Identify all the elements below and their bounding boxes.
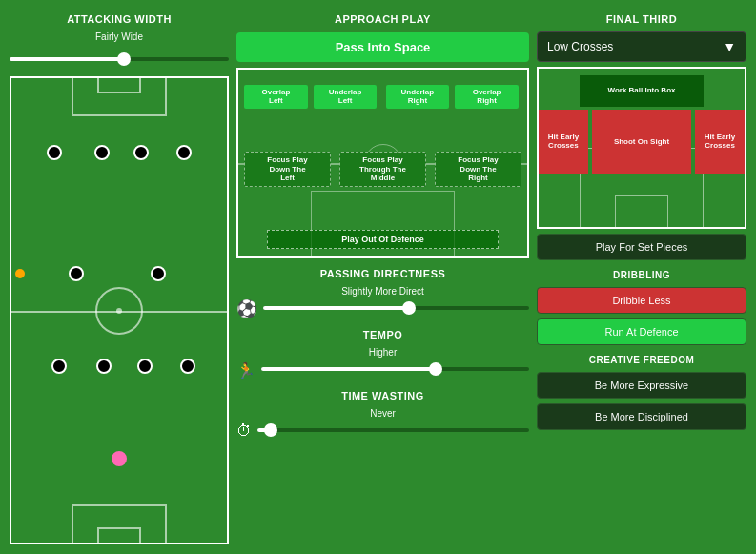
middle-column: APPROACH PLAY Pass Into Space OverlapLef… [236,10,529,544]
player-dot [94,145,110,160]
focus-down-right-btn[interactable]: Focus PlayDown TheRight [435,152,521,187]
player-dot [180,359,195,374]
attacking-width-title: ATTACKING WIDTH [67,13,172,25]
player-dot [176,145,192,160]
focus-down-left-btn[interactable]: Focus PlayDown TheLeft [244,152,331,187]
player-dot [96,359,112,374]
left-column: ATTACKING WIDTH Fairly Wide [10,10,229,544]
goal-bottom [97,527,141,543]
slider-fill [261,367,436,371]
passing-directness-title: PASSING DIRECTNESS [320,268,446,279]
be-more-disciplined-btn[interactable]: Be More Disciplined [537,403,746,430]
creative-freedom-label: CREATIVE FREEDOM [589,355,695,365]
tempo-slider[interactable] [261,361,529,377]
hit-early-crosses-left-btn[interactable]: Hit EarlyCrosses [539,110,588,173]
tempo-icon: 🏃 [236,361,255,380]
player-dot [133,145,149,160]
work-ball-into-box-btn[interactable]: Work Ball Into Box [580,75,704,107]
slider-track [257,428,529,432]
final-third-field: Work Ball Into Box Hit EarlyCrosses Shoo… [537,67,746,229]
shoot-on-sight-btn[interactable]: Shoot On Sight [592,110,691,173]
overlap-left-btn[interactable]: OverlapLeft [244,85,308,109]
player-dot [47,145,62,160]
underlap-left-btn[interactable]: UnderlapLeft [314,85,378,109]
final-third-title: FINAL THIRD [606,13,677,25]
center-dot [116,308,122,314]
pass-into-space-button[interactable]: Pass Into Space [236,32,529,62]
slider-fill [263,306,409,310]
attacking-width-slider[interactable] [10,51,229,67]
time-wasting-value: Never [370,408,396,419]
hit-early-crosses-right-btn[interactable]: Hit EarlyCrosses [695,110,745,173]
player-dot [137,359,153,374]
passing-directness-value: Slightly More Direct [341,286,424,297]
slider-thumb[interactable] [264,423,277,437]
focus-through-middle-btn[interactable]: Focus PlayThrough TheMiddle [339,152,426,187]
striker-dot [112,451,127,466]
goal-top [97,78,141,93]
ft-goal-area [615,195,668,227]
passing-directness-section: PASSING DIRECTNESS Slightly More Direct … [236,264,529,319]
dribbling-label: DRIBBLING [613,270,670,280]
player-dot [151,266,166,281]
slider-thumb[interactable] [402,301,416,315]
be-more-expressive-btn[interactable]: Be More Expressive [537,372,746,399]
low-crosses-dropdown[interactable]: Low Crosses ▼ [537,31,746,62]
chevron-down-icon: ▼ [723,39,736,54]
approach-play-title: APPROACH PLAY [335,13,431,25]
overlap-right-btn[interactable]: OverlapRight [455,85,519,109]
underlap-right-btn[interactable]: UnderlapRight [386,85,450,109]
slider-thumb[interactable] [117,52,131,66]
tempo-title: TEMPO [363,329,403,340]
tempo-section: TEMPO Higher 🏃 [236,325,529,380]
dropdown-value: Low Crosses [547,40,613,53]
time-wasting-icon: ⏱ [236,422,252,440]
player-dot [51,359,67,374]
right-column: FINAL THIRD Low Crosses ▼ Work Ball Into… [537,10,746,544]
orange-indicator [15,269,25,278]
time-wasting-section: TIME WASTING Never ⏱ [236,386,529,441]
attacking-width-value: Fairly Wide [95,31,143,42]
play-out-defence-btn[interactable]: Play Out Of Defence [267,230,498,249]
play-for-set-pieces-btn[interactable]: Play For Set Pieces [537,234,746,260]
slider-thumb[interactable] [429,362,442,376]
dribble-less-btn[interactable]: Dribble Less [537,287,746,314]
slider-fill [10,57,124,61]
formation-field [10,76,229,544]
tactics-field: OverlapLeft UnderlapLeft UnderlapRight O… [236,68,529,258]
passing-icon: ⚽ [236,298,257,319]
tempo-value: Higher [369,347,397,358]
passing-slider[interactable] [263,300,529,316]
time-wasting-slider[interactable] [257,422,529,438]
time-wasting-title: TIME WASTING [341,390,424,401]
player-dot [69,266,84,281]
run-at-defence-btn[interactable]: Run At Defence [537,318,746,345]
